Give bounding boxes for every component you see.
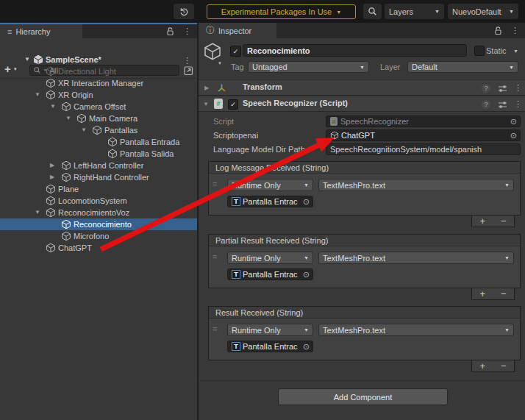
hierarchy-item-pantalla-entrada[interactable]: Pantalla Entrada [0,136,197,148]
add-event-button[interactable]: + [472,216,493,227]
add-component-button[interactable]: Add Component [278,388,448,405]
hierarchy-item-lefthand-controller[interactable]: ▶ LeftHand Controller [0,160,197,171]
chevron-down-icon[interactable]: ▼ [50,101,56,113]
hierarchy-item-microfono[interactable]: Microfono [0,230,197,242]
hierarchy-item-scene[interactable]: ▼ SampleScene* ⋮ [0,54,197,65]
chevron-down-icon[interactable]: ▼ [218,61,222,65]
help-icon[interactable]: ? [482,100,490,109]
script-icon: # [330,117,338,126]
event-callback-dropdown[interactable]: TextMeshPro.text ▼ [318,179,514,191]
divider [199,380,525,381]
remove-event-button[interactable]: − [493,216,515,227]
chevron-down-icon[interactable]: ▼ [81,124,87,136]
layers-dropdown[interactable]: Layers ▼ [385,4,444,19]
gameobject-name: Reconocimiento [247,46,310,55]
hierarchy-item-reconocimiento-selected[interactable]: Reconocimiento [0,218,197,230]
hierarchy-item-camera-offset[interactable]: ▼ Camera Offset [0,101,197,113]
script-object-field[interactable]: # SpeechRecognizer ⊙ [326,115,521,127]
hierarchy-item-pantalla-salida[interactable]: Pantalla Salida [0,148,197,160]
component-menu-icon[interactable]: ⋮ [514,83,522,93]
chevron-down-icon: ▼ [509,65,514,70]
object-picker-icon[interactable]: ⊙ [303,197,310,207]
undo-history-button[interactable] [174,4,194,19]
event-callback-value: TextMeshPro.text [323,254,385,263]
active-checkbox[interactable]: ✓ [230,46,241,57]
gameobject-icon [46,196,56,206]
presets-icon[interactable] [498,84,507,93]
lock-icon[interactable] [494,26,502,35]
hierarchy-item-pantallas[interactable]: ▼ Pantallas [0,124,197,136]
gameobject-big-icon[interactable] [203,42,222,61]
event-target-object-field[interactable]: T Pantalla Entrac ⊙ [227,268,313,280]
hierarchy-item-locomotionsystem[interactable]: LocomotionSystem [0,195,197,207]
event-callback-dropdown[interactable]: TextMeshPro.text ▼ [318,324,514,336]
hierarchy-item-xr-interaction-manager[interactable]: XR Interaction Manager [0,77,197,89]
object-picker-icon[interactable]: ⊙ [510,131,517,140]
add-event-button[interactable]: + [472,288,493,299]
chevron-down-icon[interactable]: ▼ [35,207,40,218]
component-enabled-checkbox[interactable]: ✓ [228,99,238,110]
chevron-down-icon[interactable]: ▼ [203,101,209,107]
add-event-button[interactable]: + [472,360,493,371]
transform-component-header[interactable]: ▶ Transform ? ⋮ [199,79,525,96]
chevron-down-icon[interactable]: ▼ [65,113,71,124]
object-picker-icon[interactable]: ⊙ [303,270,310,280]
event-list-buttons: + − [471,288,515,300]
event-target-object-value: Pantalla Entrac [243,270,298,279]
event-mode-dropdown[interactable]: Runtime Only ▼ [227,252,313,264]
hierarchy-item-directional-light[interactable]: Directional Light [0,65,197,77]
script-icon: # [214,99,223,109]
hierarchy-item-main-camera[interactable]: ▼ Main Camera [0,113,197,124]
hierarchy-icon: ≡ [7,27,12,36]
event-callback-value: TextMeshPro.text [323,181,385,190]
event-mode-dropdown[interactable]: Runtime Only ▼ [227,324,313,336]
event-callback-dropdown[interactable]: TextMeshPro.text ▼ [318,252,514,264]
object-picker-icon[interactable]: ⊙ [303,342,310,352]
event-target-object-field[interactable]: T Pantalla Entrac ⊙ [227,341,313,352]
chevron-down-icon[interactable]: ▼ [24,54,30,65]
experimental-packages-button[interactable]: Experimental Packages In Use ▼ [207,4,356,19]
scene-menu-icon[interactable]: ⋮ [183,54,191,66]
layer-dropdown[interactable]: Default ▼ [407,61,518,73]
chevron-down-icon: ▼ [509,9,514,14]
gameobject-icon [46,90,56,100]
layout-dropdown[interactable]: NuevoDefault ▼ [448,4,518,19]
component-menu-icon[interactable]: ⋮ [514,99,522,109]
drag-handle-icon[interactable]: = [213,252,217,261]
event-title: Result Received (String) [209,307,520,318]
panel-menu-icon[interactable]: ⋮ [183,26,191,36]
hierarchy-item-xr-origin[interactable]: ▼ XR Origin [0,89,197,101]
speech-recognizer-header[interactable]: ▼ # ✓ Speech Recognizer (Script) ? ⋮ [199,96,525,112]
language-model-dir-path-field[interactable]: SpeechRecognitionSystem/model/spanish [326,143,521,155]
tag-dropdown[interactable]: Untagged ▼ [248,61,369,73]
panel-menu-icon[interactable]: ⋮ [511,26,519,35]
lock-icon[interactable] [166,27,174,36]
chevron-down-icon[interactable]: ▼ [35,89,40,101]
hierarchy-item-chatgpt[interactable]: ChatGPT [0,242,197,254]
static-dropdown-icon[interactable]: ▼ [513,49,518,54]
hierarchy-item-reconocimientovoz[interactable]: ▼ ReconocimientoVoz [0,207,197,218]
tab-inspector[interactable]: ⓘ Inspector [199,23,276,38]
presets-icon[interactable] [498,100,507,110]
hierarchy-item-plane[interactable]: Plane [0,183,197,195]
static-checkbox[interactable] [474,46,485,56]
tab-hierarchy[interactable]: ≡ Hierarchy [0,24,82,38]
drag-handle-icon[interactable]: = [213,179,217,188]
drag-handle-icon[interactable]: = [213,324,217,333]
help-icon[interactable]: ? [482,84,490,93]
chevron-right-icon[interactable]: ▶ [50,171,54,183]
remove-event-button[interactable]: − [493,288,515,299]
remove-event-button[interactable]: − [493,360,515,371]
chevron-right-icon[interactable]: ▶ [50,160,54,171]
search-button[interactable] [363,4,382,19]
scriptopenai-object-field[interactable]: ChatGPT ⊙ [326,129,521,141]
object-picker-icon[interactable]: ⊙ [510,117,517,127]
event-target-object-field[interactable]: T Pantalla Entrac ⊙ [227,196,313,207]
event-mode-dropdown[interactable]: Runtime Only ▼ [227,179,313,191]
hierarchy-item-righthand-controller[interactable]: ▶ RightHand Controller [0,171,197,183]
event-result-received: Result Received (String) = Runtime Only … [208,306,521,360]
gameobject-name-field[interactable]: Reconocimiento [243,44,467,57]
hierarchy-item-label: ReconocimientoVoz [58,207,129,218]
chevron-right-icon[interactable]: ▶ [204,85,209,91]
layer-value: Default [412,63,438,71]
